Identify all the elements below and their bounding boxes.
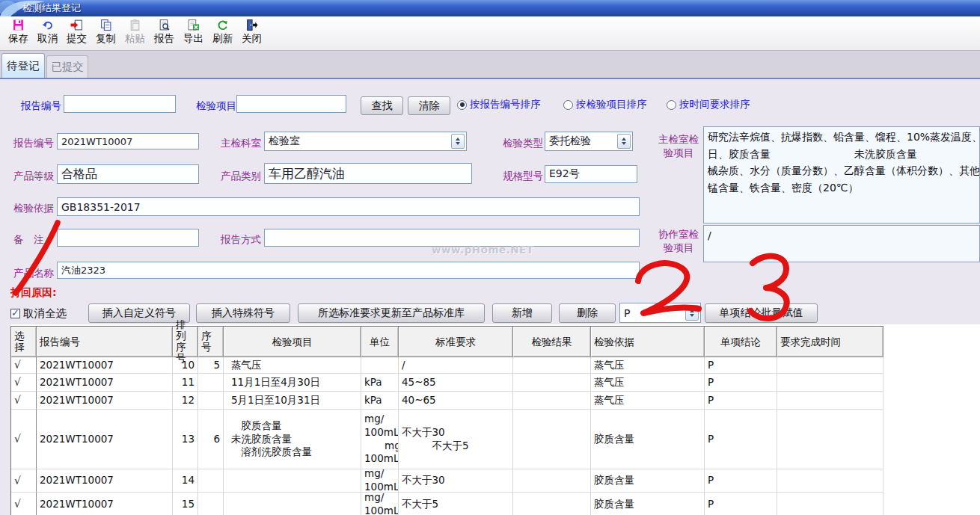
table-cell[interactable]: 45~85	[399, 374, 513, 392]
insert-custom-symbol-button[interactable]: 插入自定义符号	[88, 303, 190, 323]
table-cell[interactable]	[513, 469, 591, 493]
conclusion-combo[interactable]: P	[619, 303, 701, 323]
undo-button[interactable]: 取消	[33, 19, 62, 46]
paste-button[interactable]: 粘贴	[120, 19, 150, 46]
table-cell[interactable]: 10	[173, 357, 198, 374]
table-cell[interactable]: P	[705, 493, 777, 515]
table-cell[interactable]: P	[705, 410, 777, 469]
table-cell[interactable]: 不大于5	[399, 493, 513, 515]
table-cell[interactable]: 不大于30 不大于5	[399, 410, 513, 469]
table-cell[interactable]: √	[11, 469, 37, 493]
table-cell[interactable]: 11月1日至4月30日	[224, 374, 361, 392]
table-cell[interactable]: P	[705, 469, 777, 493]
table-cell[interactable]	[777, 374, 883, 392]
insp-basis-input[interactable]	[57, 197, 640, 216]
delete-button[interactable]: 删除	[559, 303, 616, 323]
insert-special-symbol-button[interactable]: 插入特殊符号	[196, 303, 290, 323]
table-cell[interactable]: 13	[173, 410, 198, 469]
add-button[interactable]: 新增	[492, 303, 552, 323]
table-cell[interactable]: 5	[198, 357, 224, 374]
table-cell[interactable]	[777, 469, 883, 493]
product-grade-input[interactable]	[57, 164, 199, 184]
table-cell[interactable]: 12	[173, 392, 198, 410]
table-cell[interactable]: 胶质含量	[591, 493, 705, 515]
table-cell[interactable]: 2021WT10007	[37, 392, 173, 410]
submit-button[interactable]: 提交	[62, 19, 91, 46]
table-cell[interactable]: 不大于30	[399, 469, 513, 493]
table-cell[interactable]: 2021WT10007	[37, 469, 173, 493]
main-dept-combo[interactable]: 检验室	[264, 132, 467, 151]
table-cell[interactable]: √	[11, 410, 37, 469]
table-cell[interactable]: 蒸气压	[591, 392, 705, 410]
search-item-input[interactable]	[236, 95, 346, 113]
coop-items-textarea[interactable]: /	[703, 225, 980, 262]
table-cell[interactable]	[513, 410, 591, 469]
table-cell[interactable]	[361, 357, 399, 374]
insp-type-combo[interactable]: 委托检验	[545, 132, 633, 151]
refresh-button[interactable]: 刷新	[208, 19, 237, 46]
table-cell[interactable]: 2021WT10007	[37, 410, 173, 469]
table-cell[interactable]: √	[11, 357, 37, 374]
remark-input[interactable]	[57, 229, 199, 247]
table-cell[interactable]: kPa	[361, 374, 399, 392]
clear-button[interactable]: 清除	[408, 96, 450, 115]
report-button[interactable]: 报告	[150, 19, 179, 46]
product-type-input[interactable]	[264, 163, 472, 184]
table-cell[interactable]: 蒸气压	[224, 357, 361, 374]
table-cell[interactable]: 2021WT10007	[37, 493, 173, 515]
batch-assign-button[interactable]: 单项结论批量赋值	[705, 303, 818, 323]
table-cell[interactable]: √	[11, 392, 37, 410]
table-cell[interactable]	[513, 374, 591, 392]
table-cell[interactable]	[513, 357, 591, 374]
table-cell[interactable]	[198, 392, 224, 410]
table-cell[interactable]	[777, 392, 883, 410]
update-standard-button[interactable]: 所选标准要求更新至产品标准库	[298, 303, 485, 323]
spinner-icon[interactable]	[617, 134, 631, 149]
spinner-icon[interactable]	[685, 305, 699, 321]
find-button[interactable]: 查找	[361, 96, 403, 115]
table-cell[interactable]: 15	[173, 493, 198, 515]
table-cell[interactable]	[224, 493, 361, 515]
table-cell[interactable]: 蒸气压	[591, 357, 705, 374]
table-cell[interactable]	[513, 392, 591, 410]
table-cell[interactable]	[198, 493, 224, 515]
table-cell[interactable]: mg/ 100mL	[361, 493, 399, 515]
report-no-input[interactable]	[57, 133, 199, 149]
table-cell[interactable]: √	[11, 493, 37, 515]
table-cell[interactable]: mg/ 100mL mg/ 100mL	[361, 410, 399, 469]
table-cell[interactable]	[198, 469, 224, 493]
table-cell[interactable]: 胶质含量 未洗胶质含量 溶剂洗胶质含量	[224, 410, 361, 469]
sort-by-time-radio[interactable]: 按时间要求排序	[667, 98, 750, 111]
spinner-icon[interactable]	[451, 134, 465, 149]
table-cell[interactable]: mg/ 100mL	[361, 469, 399, 493]
search-report-no-input[interactable]	[64, 95, 176, 113]
table-cell[interactable]	[198, 374, 224, 392]
table-cell[interactable]: 2021WT10007	[37, 357, 173, 374]
product-name-input[interactable]	[57, 262, 640, 279]
sort-by-report-no-radio[interactable]: 按报告编号排序	[457, 98, 541, 111]
table-cell[interactable]: 14	[173, 469, 198, 493]
table-cell[interactable]	[777, 410, 883, 469]
table-cell[interactable]: 蒸气压	[591, 374, 705, 392]
table-cell[interactable]: 胶质含量	[591, 469, 705, 493]
table-cell[interactable]: 胶质含量	[591, 410, 705, 469]
table-cell[interactable]: 6	[198, 410, 224, 469]
table-cell[interactable]: kPa	[361, 392, 399, 410]
table-cell[interactable]: 11	[173, 374, 198, 392]
tab-pending[interactable]: 待登记	[1, 53, 45, 78]
uncheck-all-checkbox[interactable]	[10, 309, 20, 318]
table-cell[interactable]: 5月1日至10月31日	[224, 392, 361, 410]
copy-button[interactable]: 复制	[91, 19, 120, 46]
spec-model-input[interactable]	[545, 165, 637, 183]
table-cell[interactable]	[513, 493, 591, 515]
close-button[interactable]: 关闭	[237, 19, 266, 46]
tab-submitted[interactable]: 已提交	[46, 55, 88, 78]
table-cell[interactable]	[777, 493, 883, 515]
table-cell[interactable]: P	[705, 374, 777, 392]
table-cell[interactable]: 2021WT10007	[37, 374, 173, 392]
save-button[interactable]: 保存	[4, 19, 33, 46]
table-cell[interactable]: P	[705, 392, 777, 410]
table-cell[interactable]: 40~65	[399, 392, 513, 410]
table-cell[interactable]: √	[11, 374, 37, 392]
table-cell[interactable]	[777, 357, 883, 374]
